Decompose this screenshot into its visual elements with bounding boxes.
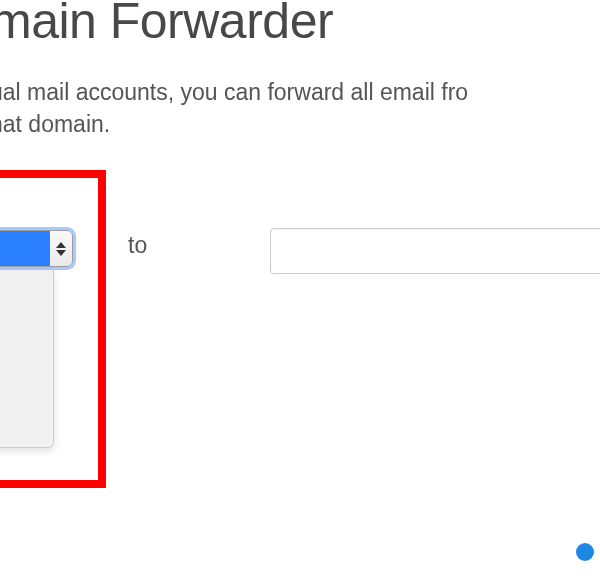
- description-line2: hat domain.: [0, 111, 110, 137]
- select-arrows-icon: [50, 231, 72, 266]
- description-text: ual mail accounts, you can forward all e…: [0, 76, 468, 140]
- description-line1: ual mail accounts, you can forward all e…: [0, 79, 468, 105]
- to-label: to: [128, 232, 147, 259]
- info-icon[interactable]: [576, 543, 594, 561]
- page-title: main Forwarder: [0, 0, 333, 50]
- source-domain-dropdown-panel[interactable]: [0, 270, 54, 448]
- source-domain-select[interactable]: [0, 230, 73, 267]
- forward-form-row: to: [0, 170, 600, 530]
- source-domain-selected-value: [0, 231, 50, 266]
- destination-domain-input[interactable]: [270, 228, 600, 274]
